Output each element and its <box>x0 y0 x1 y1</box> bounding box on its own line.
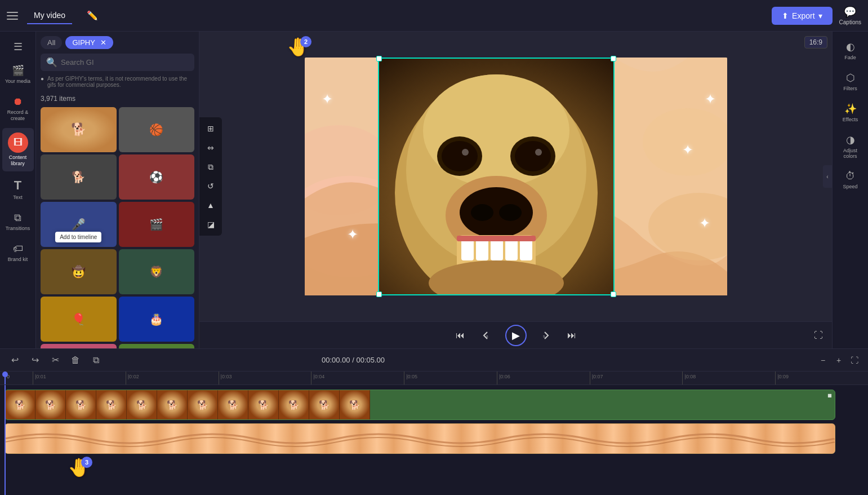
sidebar-item-content-library[interactable]: 🎞 Content library <box>2 128 34 171</box>
erase-tool[interactable]: ◪ <box>202 215 220 233</box>
list-item[interactable]: 🐕 <box>41 107 117 152</box>
rotate-tool[interactable]: ↺ <box>202 177 220 195</box>
tick-06: |0:06 <box>497 372 590 385</box>
dog-video-frame <box>378 58 615 295</box>
frame-7: 🐕 <box>188 390 218 419</box>
list-item[interactable]: 🏀 <box>119 107 195 152</box>
zoom-fit-button[interactable]: ⛶ <box>848 353 861 367</box>
search-icon: 🔍 <box>46 57 57 68</box>
aspect-ratio-badge: 16:9 <box>804 36 827 48</box>
list-item[interactable]: ⚽ <box>119 154 195 200</box>
adjust-colors-icon: ◑ <box>846 134 855 146</box>
flip-h-tool[interactable]: ⇔ <box>202 139 220 157</box>
adjust-colors-label: Adjust colors <box>837 148 864 159</box>
current-time: 00:00.00 <box>322 356 350 364</box>
right-panel-adjust-colors[interactable]: ◑ Adjust colors <box>835 129 866 163</box>
timeline-playhead-line <box>5 385 6 495</box>
frame-3: 🐕 <box>66 390 96 419</box>
collapse-right-panel[interactable]: ‹ <box>823 165 832 188</box>
sidebar-item-text[interactable]: T Text <box>2 174 34 205</box>
top-bar: My video ✏️ ⬆ Export ▾ 💬 Captions <box>0 0 868 32</box>
bg-track[interactable] <box>5 423 835 454</box>
sidebar-item-transitions[interactable]: ⧉ Transitions <box>2 207 34 236</box>
video-track-frames: 🐕 🐕 🐕 🐕 🐕 🐕 🐕 🐕 🐕 🐕 🐕 🐕 <box>5 390 370 419</box>
playback-bar: ⏮ 5 ▶ 5 ⏭ ⛶ <box>199 321 832 348</box>
timeline-ruler: 0 |0:01 |0:02 |0:03 |0:04 |0:05 |0:06 |0… <box>0 372 868 385</box>
timeline-toolbar: ↩ ↪ ✂ 🗑 ⧉ 00:00.00 / 00:05.00 − + ⛶ <box>0 349 868 372</box>
tab-giphy[interactable]: GIPHY ✕ <box>65 36 113 49</box>
redo-button[interactable]: ↪ <box>27 352 43 368</box>
right-panel-speed[interactable]: ⏱ Speed <box>835 166 866 194</box>
crop-tool[interactable]: ⊞ <box>202 120 220 138</box>
list-item[interactable]: 💃 <box>41 344 117 348</box>
zoom-in-button[interactable]: + <box>832 353 845 367</box>
tick-02: |0:02 <box>126 372 219 385</box>
zoom-controls: − + ⛶ <box>816 353 861 367</box>
zoom-out-button[interactable]: − <box>816 353 830 367</box>
copy-button[interactable]: ⧉ <box>88 352 104 368</box>
list-item[interactable]: 🎤 Add to timeline <box>41 202 117 247</box>
effects-label: Effects <box>843 117 858 122</box>
export-upload-icon: ⬆ <box>782 11 789 20</box>
list-item[interactable]: 🐕 <box>41 154 117 200</box>
track-end-icon: ⏹ <box>827 392 833 399</box>
rewind-5-button[interactable]: 5 <box>478 326 496 344</box>
skip-forward-button[interactable]: ⏭ <box>563 326 581 344</box>
cursor-3-container: 🤚 3 <box>68 457 90 478</box>
sidebar-item-label-brand: Brand kit <box>8 257 28 263</box>
play-button[interactable]: ▶ <box>505 325 527 346</box>
list-item[interactable]: 🎈 <box>41 297 117 342</box>
cursor-2-hand: 🤚 <box>287 37 309 57</box>
timeline-time: 00:00.00 / 00:05.00 <box>322 356 385 364</box>
preview-container: ✦ ✦ ✦ ✦ ✦ <box>305 58 727 295</box>
sidebar-item-brand[interactable]: 🏷 Brand kit <box>2 238 34 267</box>
fade-label: Fade <box>844 55 856 60</box>
main-area: ☰ 🎬 Your media ⏺ Record & create 🎞 Conte… <box>0 32 868 348</box>
list-item[interactable]: 🎂 <box>119 297 195 342</box>
tab-my-video[interactable]: My video <box>27 7 72 24</box>
notice-dot: ● <box>41 76 44 88</box>
delete-button[interactable]: 🗑 <box>68 352 83 368</box>
video-track[interactable]: ⏸ 🐕 🐕 🐕 🐕 🐕 🐕 🐕 🐕 🐕 🐕 🐕 🐕 ⏹ <box>5 390 835 420</box>
right-panel-fade[interactable]: ◐ Fade <box>835 36 866 65</box>
list-item[interactable]: 🤠 <box>41 249 117 294</box>
cut-button[interactable]: ✂ <box>47 352 63 368</box>
captions-button[interactable]: 💬 Captions <box>839 6 861 25</box>
list-item[interactable]: 🐔 <box>119 344 195 348</box>
sidebar-item-your-media[interactable]: 🎬 Your media <box>2 60 34 89</box>
frame-2: 🐕 <box>35 390 66 419</box>
skip-back-button[interactable]: ⏮ <box>451 326 469 344</box>
svg-point-12 <box>535 149 542 156</box>
text-icon: T <box>14 178 21 193</box>
svg-point-15 <box>471 204 493 221</box>
forward-5-button[interactable]: 5 <box>536 326 554 344</box>
rename-icon[interactable]: ✏️ <box>83 7 101 25</box>
tick-08: |0:08 <box>682 372 775 385</box>
export-button[interactable]: ⬆ Export ▾ <box>772 7 832 25</box>
timeline-content: ⏸ 🐕 🐕 🐕 🐕 🐕 🐕 🐕 🐕 🐕 🐕 🐕 🐕 ⏹ <box>0 385 868 495</box>
list-item[interactable]: 🎬 <box>119 202 195 247</box>
left-nav: ☰ 🎬 Your media ⏺ Record & create 🎞 Conte… <box>0 32 36 348</box>
right-panel-effects[interactable]: ✨ Effects <box>835 98 866 127</box>
pip-tool[interactable]: ⧉ <box>202 158 220 176</box>
search-input[interactable] <box>61 58 189 67</box>
sparkle-5: ✦ <box>699 215 710 231</box>
fullscreen-button[interactable]: ⛶ <box>814 330 823 341</box>
nav-item-menu[interactable]: ☰ <box>2 36 34 58</box>
list-item[interactable]: 🦁 <box>119 249 195 294</box>
frame-1: 🐕 <box>5 390 35 419</box>
speed-label: Speed <box>843 184 857 189</box>
tick-04: |0:04 <box>311 372 404 385</box>
sparkle-3: ✦ <box>705 91 716 107</box>
sidebar-item-record-create[interactable]: ⏺ Record & create <box>2 91 34 126</box>
frame-5: 🐕 <box>127 390 157 419</box>
tab-all[interactable]: All <box>41 36 62 49</box>
export-chevron-icon: ▾ <box>818 11 822 20</box>
menu-icon[interactable] <box>7 9 20 23</box>
right-panel-filters[interactable]: ⬡ Filters <box>835 67 866 96</box>
close-giphy-icon[interactable]: ✕ <box>100 38 106 47</box>
svg-point-14 <box>460 187 533 238</box>
undo-button[interactable]: ↩ <box>7 352 23 368</box>
position-tool[interactable]: ▲ <box>202 196 220 214</box>
top-bar-icons: ✏️ <box>83 7 101 25</box>
